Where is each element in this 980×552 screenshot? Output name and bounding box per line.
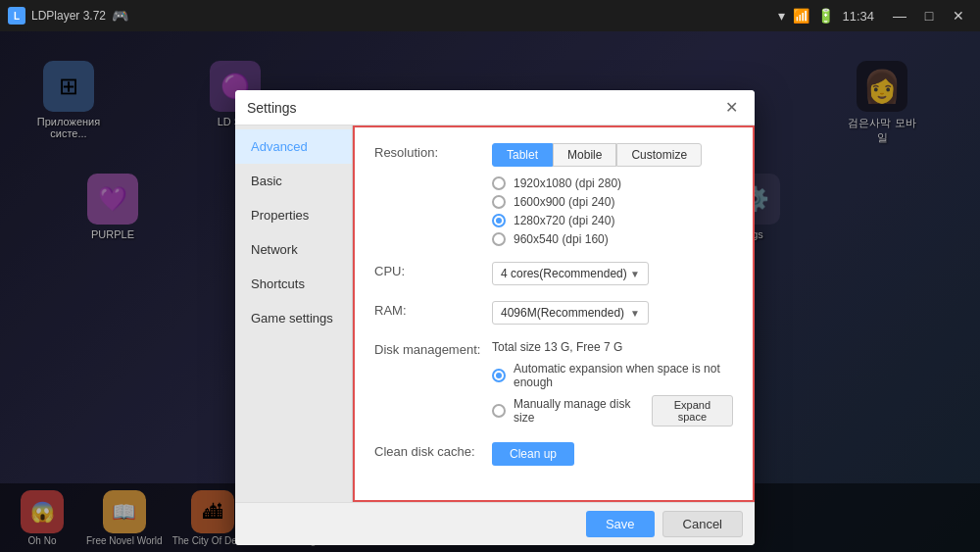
ram-value: 4096M(Recommended) ▼: [492, 301, 733, 325]
minimize-button[interactable]: —: [886, 2, 913, 29]
sidebar-item-game-settings[interactable]: Game settings: [235, 301, 352, 335]
res-label-1280: 1280x720 (dpi 240): [514, 214, 614, 227]
disk-manual[interactable]: Manually manage disk size Expand space: [492, 395, 733, 427]
dialog-close-button[interactable]: ✕: [719, 96, 743, 120]
ram-dropdown-arrow: ▼: [630, 308, 640, 319]
sidebar-item-basic[interactable]: Basic: [235, 164, 352, 198]
radio-960[interactable]: [492, 232, 506, 246]
signal-icon: 📶: [793, 8, 809, 24]
disk-label: Disk management:: [374, 340, 492, 357]
app-logo: L: [8, 7, 25, 25]
title-bar-system: ▾ 📶 🔋 11:34: [778, 8, 874, 24]
resolution-customize-button[interactable]: Customize: [616, 143, 702, 167]
dialog-body: Advanced Basic Properties Network Shortc…: [235, 125, 755, 502]
settings-dialog: Settings ✕ Advanced Basic Properties Net…: [235, 90, 755, 545]
radio-auto-expand[interactable]: [492, 369, 506, 382]
resolution-row: Resolution: Tablet Mobile Customize 1920: [374, 143, 733, 246]
cpu-dropdown-value: 4 cores(Recommended): [501, 267, 627, 280]
wifi-icon: ▾: [778, 8, 785, 24]
title-bar-left: L LDPlayer 3.72 🎮: [8, 7, 778, 25]
window-controls: — □ ✕: [886, 2, 972, 29]
disk-auto-expand[interactable]: Automatic expansion when space is not en…: [492, 362, 733, 389]
battery-icon: 🔋: [817, 8, 834, 24]
resolution-type-buttons: Tablet Mobile Customize: [492, 143, 733, 167]
resolution-mobile-button[interactable]: Mobile: [553, 143, 616, 167]
disk-auto-label: Automatic expansion when space is not en…: [514, 362, 733, 389]
radio-manual[interactable]: [492, 404, 506, 418]
cpu-row: CPU: 4 cores(Recommended) ▼: [374, 262, 733, 285]
save-button[interactable]: Save: [586, 511, 655, 537]
resolution-options: 1920x1080 (dpi 280) 1600x900 (dpi 240) 1…: [492, 176, 733, 246]
dialog-title-bar: Settings ✕: [235, 90, 755, 125]
clean-cache-label: Clean disk cache:: [374, 442, 492, 459]
desktop: ⊞ Приложения систе... 🟣 LD St... 💜 PURPL…: [0, 31, 980, 552]
res-label-1920: 1920x1080 (dpi 280): [514, 176, 621, 190]
cpu-label: CPU:: [374, 262, 492, 278]
res-option-1600[interactable]: 1600x900 (dpi 240): [492, 195, 733, 209]
resolution-value: Tablet Mobile Customize 1920x1080 (dpi 2…: [492, 143, 733, 246]
cpu-value: 4 cores(Recommended) ▼: [492, 262, 733, 285]
resolution-label: Resolution:: [374, 143, 492, 160]
disk-info: Total size 13 G, Free 7 G: [492, 340, 733, 354]
disk-manual-label: Manually manage disk size: [514, 397, 638, 425]
res-label-960: 960x540 (dpi 160): [514, 232, 609, 246]
clean-cache-value: Clean up: [492, 442, 733, 466]
close-button[interactable]: ✕: [945, 2, 972, 29]
radio-1600[interactable]: [492, 195, 506, 209]
ram-dropdown-value: 4096M(Recommended): [501, 306, 624, 320]
dialog-footer: Save Cancel: [235, 502, 755, 545]
dialog-sidebar: Advanced Basic Properties Network Shortc…: [235, 125, 353, 502]
clean-cache-row: Clean disk cache: Clean up: [374, 442, 733, 466]
res-option-1280[interactable]: 1280x720 (dpi 240): [492, 214, 733, 227]
radio-1280[interactable]: [492, 214, 506, 227]
sidebar-item-properties[interactable]: Properties: [235, 198, 352, 232]
cleanup-button[interactable]: Clean up: [492, 442, 574, 466]
radio-1920[interactable]: [492, 176, 506, 190]
cpu-dropdown[interactable]: 4 cores(Recommended) ▼: [492, 262, 649, 285]
cpu-dropdown-arrow: ▼: [630, 269, 640, 279]
resolution-tablet-button[interactable]: Tablet: [492, 143, 553, 167]
disk-row: Disk management: Total size 13 G, Free 7…: [374, 340, 733, 427]
ram-label: RAM:: [374, 301, 492, 318]
clock: 11:34: [842, 9, 874, 24]
ram-dropdown[interactable]: 4096M(Recommended) ▼: [492, 301, 649, 325]
sidebar-item-shortcuts[interactable]: Shortcuts: [235, 267, 352, 301]
disk-options: Automatic expansion when space is not en…: [492, 362, 733, 427]
dialog-title: Settings: [247, 100, 719, 116]
title-bar-title: LDPlayer 3.72: [31, 9, 106, 23]
maximize-button[interactable]: □: [915, 2, 943, 29]
ram-row: RAM: 4096M(Recommended) ▼: [374, 301, 733, 325]
gamepad-icon[interactable]: 🎮: [112, 8, 128, 24]
sidebar-item-network[interactable]: Network: [235, 232, 352, 267]
title-bar: L LDPlayer 3.72 🎮 ▾ 📶 🔋 11:34 — □ ✕: [0, 0, 980, 31]
dialog-content-advanced: Resolution: Tablet Mobile Customize 1920: [353, 125, 755, 502]
res-option-960[interactable]: 960x540 (dpi 160): [492, 232, 733, 246]
cancel-button[interactable]: Cancel: [662, 511, 743, 537]
sidebar-item-advanced[interactable]: Advanced: [235, 129, 352, 164]
res-option-1920[interactable]: 1920x1080 (dpi 280): [492, 176, 733, 190]
disk-value: Total size 13 G, Free 7 G Automatic expa…: [492, 340, 733, 427]
dialog-overlay: Settings ✕ Advanced Basic Properties Net…: [0, 31, 980, 552]
expand-space-button[interactable]: Expand space: [652, 395, 733, 427]
res-label-1600: 1600x900 (dpi 240): [514, 195, 614, 209]
